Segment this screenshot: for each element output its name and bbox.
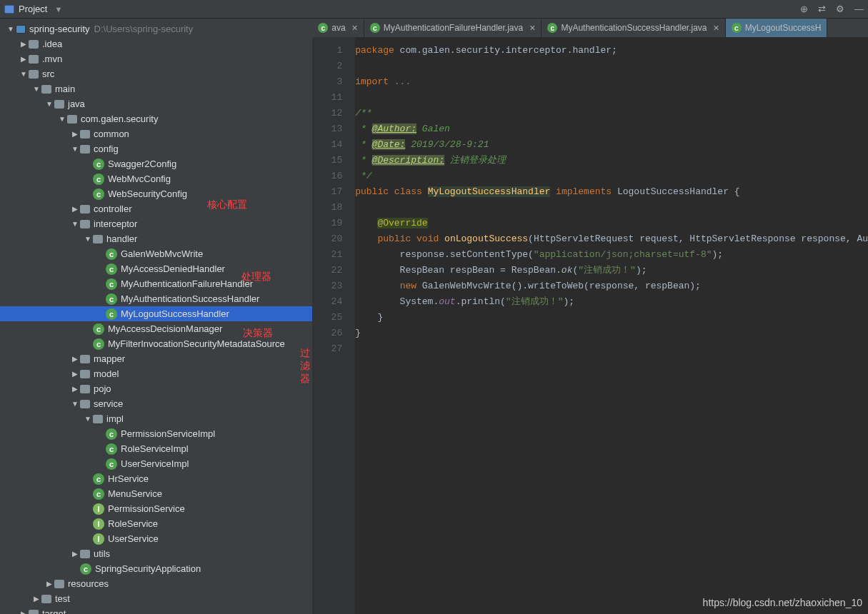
folder-icon — [41, 595, 51, 603]
project-selector[interactable]: Project ▼ — [4, 4, 62, 14]
class-icon: c — [93, 488, 104, 500]
package-icon — [80, 205, 90, 213]
tree-item[interactable]: IPermissionService — [0, 501, 312, 516]
tree-item[interactable]: ▶mapper — [0, 351, 312, 366]
line-number: 19 — [312, 216, 342, 231]
expand-arrow-icon[interactable]: ▼ — [44, 100, 54, 108]
tree-item[interactable]: ▼handler — [0, 231, 312, 246]
tree-item[interactable]: ▶model — [0, 366, 312, 381]
tree-item-label: UserService — [108, 533, 159, 544]
tree-item-label: common — [94, 129, 129, 139]
expand-arrow-icon[interactable]: ▼ — [70, 400, 80, 408]
code-area[interactable]: package com.galen.security.interceptor.h… — [355, 37, 868, 614]
tree-item-label: WebSecurityConfig — [108, 188, 187, 199]
project-icon — [4, 5, 14, 14]
line-number: 20 — [312, 231, 342, 247]
expand-arrow-icon[interactable]: ▶ — [19, 55, 29, 63]
tree-item[interactable]: cWebSecurityConfig — [0, 186, 312, 201]
tree-item-label: MyAuthenticationSuccessHandler — [121, 293, 259, 304]
expand-arrow-icon[interactable]: ▶ — [44, 580, 54, 588]
collapse-icon[interactable]: ⇄ — [818, 4, 826, 14]
package-icon — [93, 235, 103, 243]
editor-tab[interactable]: cMyAuthenticationSuccessHandler.java× — [542, 19, 725, 37]
expand-arrow-icon[interactable]: ▶ — [70, 370, 80, 378]
expand-arrow-icon[interactable]: ▶ — [31, 595, 41, 603]
package-icon — [80, 550, 90, 558]
package-icon — [67, 115, 77, 124]
tree-item-label: handler — [106, 233, 137, 244]
tree-item[interactable]: cSpringSecurityApplication — [0, 561, 312, 576]
tree-item[interactable]: ▶common — [0, 126, 312, 141]
folder-icon — [29, 40, 39, 49]
tree-item[interactable]: ▼impl — [0, 411, 312, 426]
tree-item-label: model — [94, 368, 119, 379]
tree-item[interactable]: IRoleService — [0, 516, 312, 531]
locate-icon[interactable]: ⊕ — [800, 4, 808, 14]
editor-tab[interactable]: cMyAuthenticationFailureHandler.java× — [364, 19, 542, 37]
tree-item[interactable]: ▶utils — [0, 546, 312, 561]
gear-icon[interactable]: ⚙ — [836, 4, 844, 14]
tree-item[interactable]: ▼com.galen.security — [0, 111, 312, 126]
tree-item[interactable]: cHrService — [0, 471, 312, 486]
tree-item-label: impl — [106, 413, 124, 424]
expand-arrow-icon[interactable]: ▼ — [57, 115, 67, 123]
expand-arrow-icon[interactable]: ▶ — [70, 385, 80, 393]
line-number: 14 — [312, 137, 342, 153]
close-icon[interactable]: × — [352, 22, 358, 34]
tree-item[interactable]: ▶.idea — [0, 36, 312, 51]
tree-item[interactable]: cMyLogoutSuccessHandler — [0, 306, 312, 321]
tree-item[interactable]: ▶controller — [0, 201, 312, 216]
tree-item[interactable]: cWebMvcConfig — [0, 171, 312, 186]
tree-item-label: .idea — [42, 39, 62, 49]
tree-item[interactable]: ▼config — [0, 141, 312, 156]
editor-tab[interactable]: cava× — [312, 19, 364, 37]
tree-item-label: utils — [94, 548, 110, 559]
expand-arrow-icon[interactable]: ▶ — [70, 205, 80, 213]
tree-item-label: java — [68, 99, 85, 109]
tree-item[interactable]: ▶pojo — [0, 381, 312, 396]
tree-item[interactable]: ▶test — [0, 591, 312, 606]
tree-item[interactable]: ▶target — [0, 606, 312, 614]
tree-item[interactable]: ▼src — [0, 66, 312, 81]
tree-item[interactable]: cUserServiceImpl — [0, 456, 312, 471]
tree-item[interactable]: cSwagger2Config — [0, 156, 312, 171]
tree-item[interactable]: cMyAuthenticationSuccessHandler — [0, 291, 312, 306]
minimize-icon[interactable]: — — [854, 4, 864, 14]
project-tree[interactable]: ▼spring-securityD:\Users\spring-security… — [0, 19, 312, 614]
tree-item[interactable]: cRoleServiceImpl — [0, 441, 312, 456]
annotation-filter: 过滤器 — [300, 347, 312, 386]
expand-arrow-icon[interactable]: ▶ — [70, 355, 80, 363]
expand-arrow-icon[interactable]: ▶ — [19, 610, 29, 614]
line-number: 1 — [312, 43, 342, 59]
expand-arrow-icon[interactable]: ▶ — [70, 130, 80, 138]
tree-item[interactable]: ▼service — [0, 396, 312, 411]
editor-tab[interactable]: cMyLogoutSuccessH — [726, 19, 828, 37]
close-icon[interactable]: × — [529, 22, 535, 34]
line-number: 23 — [312, 278, 342, 294]
expand-arrow-icon[interactable]: ▼ — [70, 220, 80, 228]
package-icon — [80, 400, 90, 408]
tree-item[interactable]: ▼spring-securityD:\Users\spring-security — [0, 21, 312, 36]
tree-item[interactable]: ▶.mvn — [0, 51, 312, 66]
tree-item[interactable]: cPermissionServiceImpl — [0, 426, 312, 441]
tree-item[interactable]: cGalenWebMvcWrite — [0, 246, 312, 261]
tree-item[interactable]: ▼main — [0, 81, 312, 96]
close-icon[interactable]: × — [714, 22, 719, 34]
tree-item[interactable]: ▼java — [0, 96, 312, 111]
expand-arrow-icon[interactable]: ▼ — [83, 235, 93, 243]
tree-item-label: PermissionServiceImpl — [121, 428, 215, 439]
tree-item[interactable]: ▼interceptor — [0, 216, 312, 231]
line-number: 2 — [312, 59, 342, 74]
tree-item[interactable]: cMenuService — [0, 486, 312, 501]
expand-arrow-icon[interactable]: ▶ — [70, 550, 80, 558]
expand-arrow-icon[interactable]: ▼ — [31, 85, 41, 93]
tree-item[interactable]: ▶resources — [0, 576, 312, 591]
expand-arrow-icon[interactable]: ▼ — [6, 25, 16, 33]
class-icon: c — [93, 188, 104, 200]
expand-arrow-icon[interactable]: ▶ — [19, 40, 29, 48]
expand-arrow-icon[interactable]: ▼ — [19, 70, 29, 78]
expand-arrow-icon[interactable]: ▼ — [83, 415, 93, 423]
line-number: 27 — [312, 341, 342, 357]
tree-item[interactable]: IUserService — [0, 531, 312, 546]
expand-arrow-icon[interactable]: ▼ — [70, 145, 80, 153]
